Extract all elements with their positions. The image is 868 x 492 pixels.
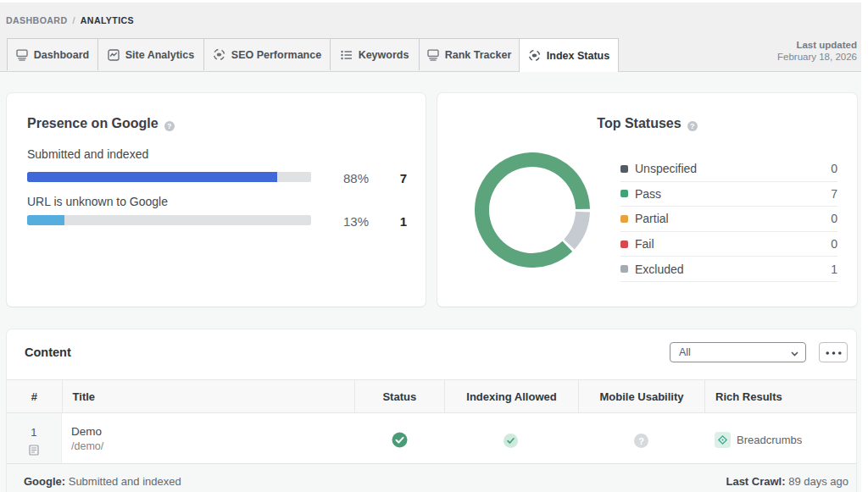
svg-text:?: ? (638, 436, 644, 446)
